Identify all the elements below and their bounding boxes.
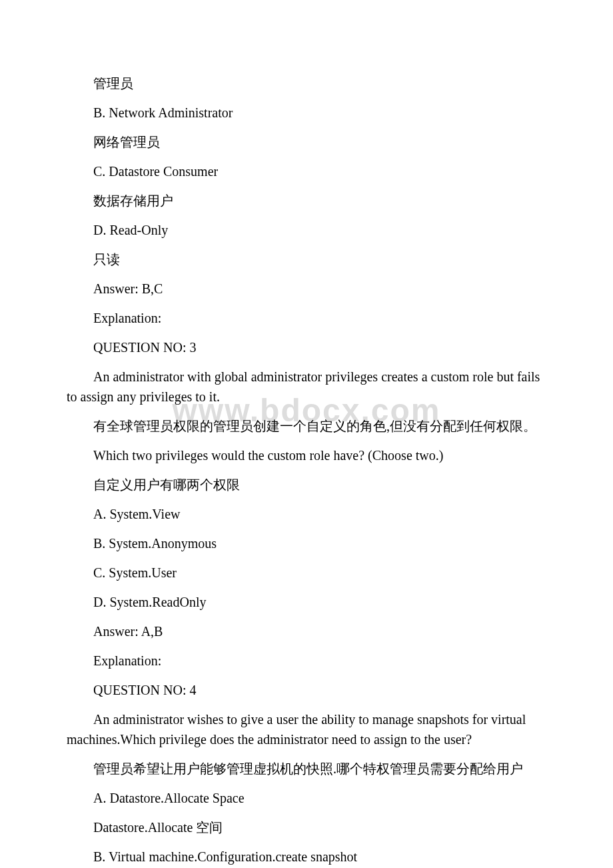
text-line: 有全球管理员权限的管理员创建一个自定义的角色,但没有分配到任何权限。 [67,416,546,436]
text-line: 自定义用户有哪两个权限 [67,475,546,495]
question-heading: QUESTION NO: 3 [67,337,546,357]
text-line: Answer: A,B [67,621,546,641]
text-line: Datastore.Allocate 空间 [67,817,546,837]
text-line: Answer: B,C [67,279,546,299]
text-line: D. System.ReadOnly [67,592,546,612]
text-line: B. Network Administrator [67,103,546,123]
text-line: A. Datastore.Allocate Space [67,788,546,808]
text-line: A. System.View [67,504,546,524]
document-page: 管理员 B. Network Administrator 网络管理员 C. Da… [0,0,613,868]
text-line: C. System.User [67,563,546,583]
text-line: 管理员希望让用户能够管理虚拟机的快照.哪个特权管理员需要分配给用户 [67,759,546,779]
text-line: C. Datastore Consumer [67,161,546,181]
text-line: B. Virtual machine.Configuration.create … [67,847,546,867]
text-line: D. Read-Only [67,220,546,240]
text-line: 数据存储用户 [67,191,546,211]
question-heading: QUESTION NO: 4 [67,680,546,700]
text-line: Explanation: [67,651,546,671]
text-line: 管理员 [67,73,546,93]
text-line: Which two privileges would the custom ro… [67,445,546,465]
text-line: 只读 [67,249,546,269]
text-line: B. System.Anonymous [67,533,546,553]
text-line: Explanation: [67,308,546,328]
text-line: 网络管理员 [67,132,546,152]
text-line: An administrator wishes to give a user t… [67,709,546,749]
text-line: An administrator with global administrat… [67,367,546,407]
